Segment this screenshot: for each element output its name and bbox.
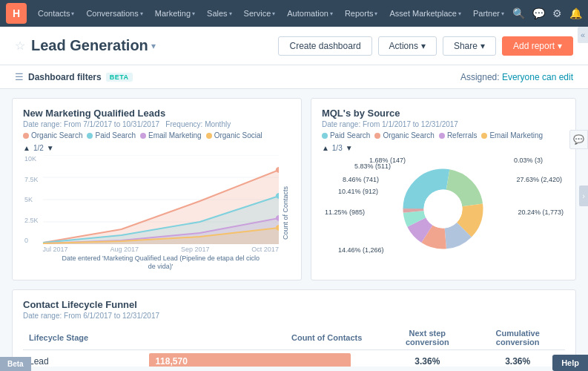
hubspot-logo[interactable]: H <box>6 3 27 24</box>
x-label-oct: Oct 2017 <box>251 246 279 253</box>
caret-icon: ▾ <box>229 10 232 17</box>
create-dashboard-button[interactable]: Create dashboard <box>278 36 371 56</box>
col-count: Count of Contacts <box>143 326 384 350</box>
edit-link[interactable]: Everyone can edit <box>502 72 573 82</box>
label-20: 20.24% (1,773) <box>518 209 564 216</box>
legend-dot <box>322 133 328 139</box>
lead-cumulative: 3.36% <box>470 349 565 367</box>
caret-icon: ▾ <box>272 10 275 17</box>
expand-right-icon[interactable]: › <box>579 186 588 206</box>
lead-bar: 118,570 <box>149 353 351 367</box>
collapse-right-icon[interactable]: « <box>578 27 588 43</box>
caret-icon: ▾ <box>501 10 504 17</box>
nav-asset-marketplace[interactable]: Asset Marketplace ▾ <box>384 6 466 21</box>
funnel-title: Contact Lifecycle Funnel <box>23 299 565 310</box>
donut-svg <box>389 155 497 263</box>
caret-icon: ▾ <box>192 10 195 17</box>
legend-referrals: Referrals <box>439 131 478 139</box>
main-content: New Marketing Qualified Leads Date range… <box>0 89 588 367</box>
col-next: Next step conversion <box>384 326 470 350</box>
legend-organic-social: Organic Social <box>206 131 262 139</box>
top-nav: H Contacts ▾ Conversations ▾ Marketing ▾… <box>0 0 588 27</box>
notification-icon[interactable]: 🔔 <box>569 7 582 19</box>
label-10: 10.41% (912) <box>338 188 378 195</box>
source-legend: Paid Search Organic Search Referrals Ema… <box>322 131 565 139</box>
add-report-button[interactable]: Add report ▾ <box>502 36 573 56</box>
caret-icon: ▾ <box>140 10 143 17</box>
nav-automation[interactable]: Automation ▾ <box>282 6 338 21</box>
header-bar: ☆ Lead Generation ▾ Create dashboard Act… <box>0 27 588 65</box>
col-cumulative: Cumulative conversion <box>470 326 565 350</box>
label-27: 27.63% (2,420) <box>516 176 562 183</box>
y-axis: 10K 7.5K 5K 2.5K 0 <box>23 155 40 244</box>
nav-reports[interactable]: Reports ▾ <box>340 6 383 21</box>
line-chart-svg-wrap: Jul 2017 Aug 2017 Sep 2017 Oct 2017 Date… <box>43 155 279 271</box>
col-stage: Lifecycle Stage <box>23 326 143 350</box>
source-chart-nav: ▲ 1/3 ▼ <box>322 144 565 152</box>
caret-icon: ▾ <box>374 10 377 17</box>
title-dropdown-icon[interactable]: ▾ <box>151 41 156 51</box>
nav-partner[interactable]: Partner ▾ <box>468 6 509 21</box>
bar-lead: 118,570 <box>143 349 384 367</box>
mqls-chart-title: New Marketing Qualified Leads <box>23 108 291 119</box>
filters-label: Dashboard filters <box>28 72 102 82</box>
add-report-caret-icon: ▾ <box>558 41 562 51</box>
label-0: 0.03% (3) <box>514 157 543 164</box>
donut-chart-area: 27.63% (2,420) 20.24% (1,773) 14.46% (1,… <box>322 155 565 263</box>
legend-dot <box>87 133 93 139</box>
nav-service[interactable]: Service ▾ <box>239 6 281 21</box>
legend-dot <box>374 133 380 139</box>
source-chart-title: MQL's by Source <box>322 108 565 119</box>
x-label-sep: Sep 2017 <box>181 246 210 253</box>
actions-button[interactable]: Actions ▾ <box>378 36 437 56</box>
caret-icon: ▾ <box>458 10 461 17</box>
caret-icon: ▾ <box>71 10 74 17</box>
x-axis-label: Date entered 'Marketing Qualified Lead (… <box>43 255 279 271</box>
funnel-table-card: Contact Lifecycle Funnel Date range: Fro… <box>12 289 576 367</box>
beta-corner-button[interactable]: Beta <box>0 357 31 371</box>
settings-icon[interactable]: ⚙ <box>552 7 562 19</box>
label-5: 5.83% (511) <box>354 162 391 170</box>
y-axis-label: Count of Contacts <box>282 186 289 240</box>
nav-icons: 🔍 💬 ⚙ 🔔 A <box>512 4 588 23</box>
legend-paid-search: Paid Search <box>87 131 135 139</box>
source-chart-meta: Date range: From 1/1/2017 to 12/31/2017 <box>322 120 565 128</box>
page-title: Lead Generation <box>31 37 148 54</box>
legend-email-marketing: Email Marketing <box>140 131 202 139</box>
filters-bar: ☰ Dashboard filters BETA Assigned: Every… <box>0 65 588 89</box>
share-button[interactable]: Share ▾ <box>443 36 496 56</box>
mqls-legend: Organic Search Paid Search Email Marketi… <box>23 131 291 139</box>
nav-sales[interactable]: Sales ▾ <box>202 6 237 21</box>
mqls-chart-meta: Date range: From 7/1/2017 to 10/31/2017 … <box>23 120 291 128</box>
favorite-icon[interactable]: ☆ <box>15 39 25 53</box>
line-chart-svg <box>43 155 279 244</box>
header-actions: Create dashboard Actions ▾ Share ▾ Add r… <box>278 36 573 56</box>
chat-bubble-icon[interactable]: 💬 <box>569 130 588 149</box>
legend-dot <box>206 133 212 139</box>
source-donut-chart-card: MQL's by Source Date range: From 1/1/201… <box>311 98 576 280</box>
label-8: 8.46% (741) <box>343 176 379 183</box>
assigned-text: Assigned: Everyone can edit <box>460 72 573 82</box>
search-icon[interactable]: 🔍 <box>512 7 525 19</box>
mqls-line-chart-card: New Marketing Qualified Leads Date range… <box>12 98 302 280</box>
share-caret-icon: ▾ <box>480 41 485 51</box>
legend-organic-search: Organic Search <box>23 131 82 139</box>
actions-caret-icon: ▾ <box>421 41 426 51</box>
legend-dot <box>439 133 445 139</box>
charts-row: New Marketing Qualified Leads Date range… <box>12 98 576 280</box>
nav-contacts[interactable]: Contacts ▾ <box>33 6 79 21</box>
legend-dot <box>481 133 487 139</box>
label-14: 14.46% (1,266) <box>338 246 384 254</box>
chart-nav: ▲ 1/2 ▼ <box>23 144 291 152</box>
chat-nav-icon[interactable]: 💬 <box>532 7 545 19</box>
funnel-meta: Date range: From 6/1/2017 to 12/31/2017 <box>23 312 565 320</box>
line-chart-area: 10K 7.5K 5K 2.5K 0 <box>23 155 291 271</box>
table-row: Lead 118,570 3.36% 3.36% <box>23 349 565 367</box>
nav-conversations[interactable]: Conversations ▾ <box>81 6 148 21</box>
legend-organic-search-source: Organic Search <box>374 131 434 139</box>
help-corner-button[interactable]: Help <box>552 355 588 371</box>
filter-icon: ☰ <box>15 71 24 82</box>
nav-marketing[interactable]: Marketing ▾ <box>150 6 200 21</box>
lead-next-conversion: 3.36% <box>384 349 470 367</box>
legend-dot <box>23 133 29 139</box>
